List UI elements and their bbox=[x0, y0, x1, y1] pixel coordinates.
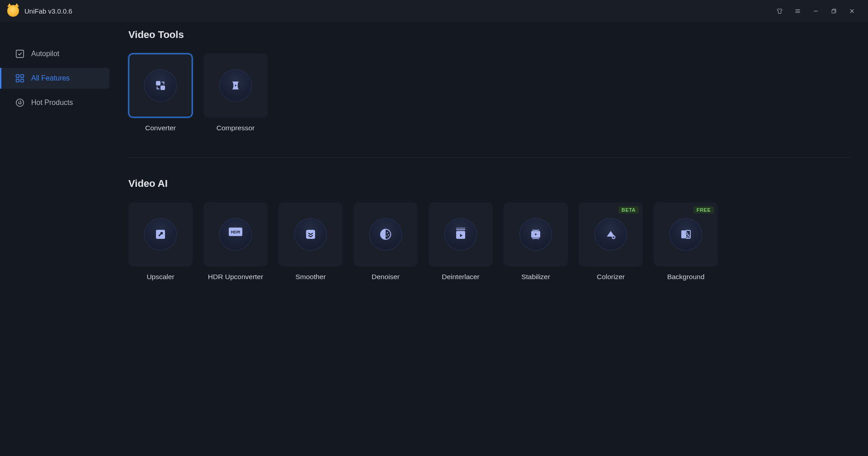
section-title-video-tools: Video Tools bbox=[128, 29, 850, 41]
card-denoiser[interactable] bbox=[354, 202, 418, 266]
card-upscaler[interactable] bbox=[128, 202, 193, 266]
sidebar-item-autopilot[interactable]: Autopilot bbox=[0, 43, 112, 64]
compressor-icon bbox=[229, 79, 242, 92]
app-logo-icon bbox=[7, 5, 19, 17]
video-ai-grid: Upscaler HDR HDR Upconverter Smoother bbox=[128, 202, 850, 281]
autopilot-icon bbox=[15, 49, 25, 59]
card-smoother[interactable] bbox=[278, 202, 343, 266]
video-tools-grid: Converter Compressor bbox=[128, 53, 850, 132]
smoother-icon bbox=[304, 228, 317, 241]
card-colorizer[interactable]: BETA bbox=[579, 202, 643, 266]
svg-text:HDR: HDR bbox=[231, 230, 241, 234]
sidebar-item-hot-products[interactable]: Hot Products bbox=[0, 92, 112, 113]
card-label: Converter bbox=[145, 124, 176, 132]
close-button[interactable] bbox=[843, 0, 861, 22]
denoiser-icon bbox=[379, 228, 392, 241]
svg-point-13 bbox=[16, 99, 24, 107]
svg-rect-15 bbox=[160, 86, 165, 90]
card-label: Smoother bbox=[295, 273, 326, 281]
stabilizer-icon bbox=[529, 228, 542, 241]
svg-rect-8 bbox=[16, 50, 24, 58]
card-label: Stabilizer bbox=[521, 273, 550, 281]
svg-rect-27 bbox=[456, 228, 465, 228]
sidebar: Autopilot All Features Hot Products bbox=[0, 22, 112, 456]
upscaler-icon bbox=[154, 228, 167, 241]
maximize-button[interactable] bbox=[825, 0, 843, 22]
card-label: Background bbox=[667, 273, 705, 281]
colorizer-icon bbox=[604, 228, 618, 241]
titlebar: UniFab v3.0.0.6 bbox=[0, 0, 868, 22]
sidebar-item-label: All Features bbox=[31, 74, 70, 82]
converter-icon bbox=[154, 79, 167, 92]
card-deinterlacer[interactable] bbox=[429, 202, 493, 266]
menu-icon[interactable] bbox=[788, 0, 807, 22]
svg-rect-10 bbox=[21, 75, 24, 77]
svg-rect-14 bbox=[156, 81, 160, 86]
hdr-icon: HDR bbox=[229, 228, 242, 241]
svg-rect-9 bbox=[16, 75, 19, 77]
card-label: Denoiser bbox=[372, 273, 400, 281]
card-stabilizer[interactable] bbox=[504, 202, 568, 266]
card-label: Upscaler bbox=[146, 273, 174, 281]
minimize-button[interactable] bbox=[807, 0, 825, 22]
deinterlacer-icon bbox=[454, 228, 467, 241]
card-label: Colorizer bbox=[597, 273, 625, 281]
svg-rect-32 bbox=[681, 230, 686, 238]
shirt-icon[interactable] bbox=[770, 0, 788, 22]
fire-icon bbox=[15, 98, 25, 108]
card-converter[interactable] bbox=[128, 53, 193, 118]
svg-point-22 bbox=[387, 232, 388, 233]
card-label: Compressor bbox=[217, 124, 255, 132]
card-compressor[interactable] bbox=[203, 53, 268, 118]
svg-rect-5 bbox=[832, 10, 835, 13]
free-badge: FREE bbox=[693, 206, 714, 214]
background-icon bbox=[679, 228, 693, 241]
app-title: UniFab v3.0.0.6 bbox=[24, 7, 72, 15]
card-label: HDR Upconverter bbox=[208, 273, 263, 281]
card-label: Deinterlacer bbox=[442, 273, 480, 281]
card-background[interactable]: FREE bbox=[654, 202, 718, 266]
beta-badge: BETA bbox=[618, 206, 639, 214]
svg-point-23 bbox=[388, 234, 389, 236]
svg-rect-11 bbox=[16, 79, 19, 82]
grid-icon bbox=[15, 73, 25, 83]
main-content: Video Tools Converter Compressor bbox=[112, 22, 868, 456]
card-hdr[interactable]: HDR bbox=[203, 202, 268, 266]
svg-rect-26 bbox=[456, 229, 465, 230]
sidebar-item-label: Hot Products bbox=[31, 99, 73, 107]
sidebar-item-label: Autopilot bbox=[31, 50, 59, 58]
sidebar-item-all-features[interactable]: All Features bbox=[0, 68, 109, 89]
section-divider bbox=[128, 157, 850, 158]
section-title-video-ai: Video AI bbox=[128, 178, 850, 190]
svg-point-24 bbox=[386, 236, 387, 237]
svg-rect-12 bbox=[21, 79, 24, 82]
svg-point-31 bbox=[612, 236, 615, 238]
